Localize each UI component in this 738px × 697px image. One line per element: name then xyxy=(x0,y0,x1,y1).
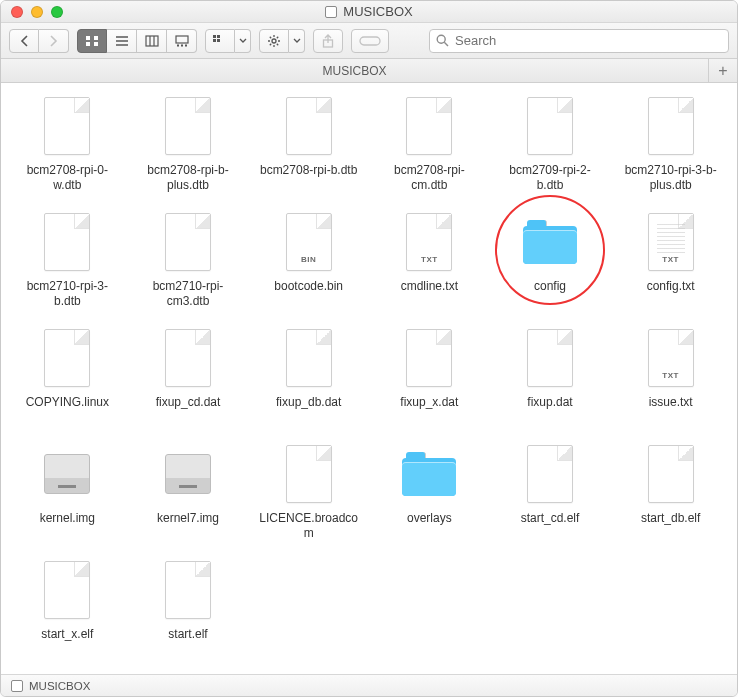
svg-rect-1 xyxy=(94,36,98,40)
new-tab-button[interactable]: + xyxy=(709,59,737,82)
file-label: start_db.elf xyxy=(641,511,700,541)
file-label: bcm2708-rpi-0-w.dtb xyxy=(17,163,117,193)
nav-buttons xyxy=(9,29,69,53)
file-item[interactable]: bcm2710-rpi-cm3.dtb xyxy=(130,211,247,309)
document-icon xyxy=(165,213,211,271)
document-icon xyxy=(648,445,694,503)
icon-view-button[interactable] xyxy=(77,29,107,53)
file-item[interactable]: bcm2708-rpi-cm.dtb xyxy=(371,95,488,193)
svg-rect-3 xyxy=(94,42,98,46)
svg-point-29 xyxy=(437,35,445,43)
document-icon: TXT xyxy=(406,213,452,271)
search-field[interactable] xyxy=(429,29,729,53)
drive-icon xyxy=(11,680,23,692)
file-item[interactable]: start_db.elf xyxy=(612,443,729,541)
file-item[interactable]: BINbootcode.bin xyxy=(250,211,367,309)
svg-line-30 xyxy=(444,42,448,46)
file-item[interactable]: fixup_x.dat xyxy=(371,327,488,425)
folder-icon xyxy=(523,220,577,264)
file-item[interactable]: bcm2708-rpi-0-w.dtb xyxy=(9,95,126,193)
svg-line-24 xyxy=(277,43,278,44)
document-icon xyxy=(44,561,90,619)
file-item[interactable]: kernel7.img xyxy=(130,443,247,541)
file-label: issue.txt xyxy=(649,395,693,425)
tab-musicbox[interactable]: MUSICBOX xyxy=(1,59,709,82)
svg-point-18 xyxy=(272,39,276,43)
file-item[interactable]: TXTcmdline.txt xyxy=(371,211,488,309)
back-button[interactable] xyxy=(9,29,39,53)
file-item[interactable]: TXTissue.txt xyxy=(612,327,729,425)
action-menu xyxy=(259,29,305,53)
list-view-button[interactable] xyxy=(107,29,137,53)
window-title-label: MUSICBOX xyxy=(343,4,412,19)
disk-image-icon xyxy=(165,454,211,494)
file-label: bcm2710-rpi-cm3.dtb xyxy=(138,279,238,309)
document-icon xyxy=(406,97,452,155)
file-label: kernel.img xyxy=(40,511,95,541)
titlebar[interactable]: MUSICBOX xyxy=(1,1,737,23)
file-item[interactable]: fixup.dat xyxy=(492,327,609,425)
document-icon xyxy=(527,329,573,387)
file-item[interactable]: fixup_cd.dat xyxy=(130,327,247,425)
document-icon xyxy=(286,97,332,155)
file-pane[interactable]: bcm2708-rpi-0-w.dtbbcm2708-rpi-b-plus.dt… xyxy=(1,83,737,674)
file-item[interactable]: bcm2710-rpi-3-b.dtb xyxy=(9,211,126,309)
svg-rect-0 xyxy=(86,36,90,40)
file-label: config.txt xyxy=(647,279,695,309)
file-item[interactable]: COPYING.linux xyxy=(9,327,126,425)
path-bar[interactable]: MUSICBOX xyxy=(1,674,737,696)
document-icon xyxy=(527,97,573,155)
file-item[interactable]: start.elf xyxy=(130,559,247,657)
drive-icon xyxy=(325,6,337,18)
file-item[interactable]: kernel.img xyxy=(9,443,126,541)
file-item[interactable]: LICENCE.broadcom xyxy=(250,443,367,541)
group-button[interactable] xyxy=(205,29,235,53)
search-input[interactable] xyxy=(455,33,722,48)
document-icon xyxy=(44,213,90,271)
forward-button[interactable] xyxy=(39,29,69,53)
file-item[interactable]: fixup_db.dat xyxy=(250,327,367,425)
file-item[interactable]: TXTconfig.txt xyxy=(612,211,729,309)
file-item[interactable]: overlays xyxy=(371,443,488,541)
finder-window: MUSICBOX xyxy=(0,0,738,697)
document-icon xyxy=(286,329,332,387)
file-item[interactable]: start_cd.elf xyxy=(492,443,609,541)
file-item[interactable]: start_x.elf xyxy=(9,559,126,657)
document-icon: BIN xyxy=(286,213,332,271)
file-label: config xyxy=(534,279,566,309)
file-label: COPYING.linux xyxy=(26,395,109,425)
group-chevron[interactable] xyxy=(235,29,251,53)
svg-line-26 xyxy=(270,43,271,44)
svg-rect-16 xyxy=(213,39,216,42)
svg-rect-12 xyxy=(181,44,183,46)
file-label: bcm2709-rpi-2-b.dtb xyxy=(500,163,600,193)
window-title: MUSICBOX xyxy=(1,4,737,19)
file-label: kernel7.img xyxy=(157,511,219,541)
file-label: bcm2710-rpi-3-b-plus.dtb xyxy=(621,163,721,193)
file-item[interactable]: bcm2708-rpi-b-plus.dtb xyxy=(130,95,247,193)
disk-image-icon xyxy=(44,454,90,494)
share-button[interactable] xyxy=(313,29,343,53)
svg-rect-13 xyxy=(185,44,187,46)
tab-bar: MUSICBOX + xyxy=(1,59,737,83)
svg-rect-15 xyxy=(217,35,220,38)
svg-rect-10 xyxy=(176,36,188,43)
svg-rect-17 xyxy=(217,39,220,42)
gear-button[interactable] xyxy=(259,29,289,53)
gallery-view-button[interactable] xyxy=(167,29,197,53)
tags-button[interactable] xyxy=(351,29,389,53)
file-item[interactable]: config xyxy=(492,211,609,309)
group-menu xyxy=(205,29,251,53)
file-item[interactable]: bcm2710-rpi-3-b-plus.dtb xyxy=(612,95,729,193)
file-label: fixup_cd.dat xyxy=(156,395,221,425)
action-chevron[interactable] xyxy=(289,29,305,53)
file-item[interactable]: bcm2708-rpi-b.dtb xyxy=(250,95,367,193)
svg-rect-14 xyxy=(213,35,216,38)
file-label: overlays xyxy=(407,511,452,541)
file-label: bcm2708-rpi-cm.dtb xyxy=(379,163,479,193)
column-view-button[interactable] xyxy=(137,29,167,53)
path-label: MUSICBOX xyxy=(29,680,90,692)
document-icon xyxy=(165,561,211,619)
search-icon xyxy=(436,34,449,47)
file-item[interactable]: bcm2709-rpi-2-b.dtb xyxy=(492,95,609,193)
